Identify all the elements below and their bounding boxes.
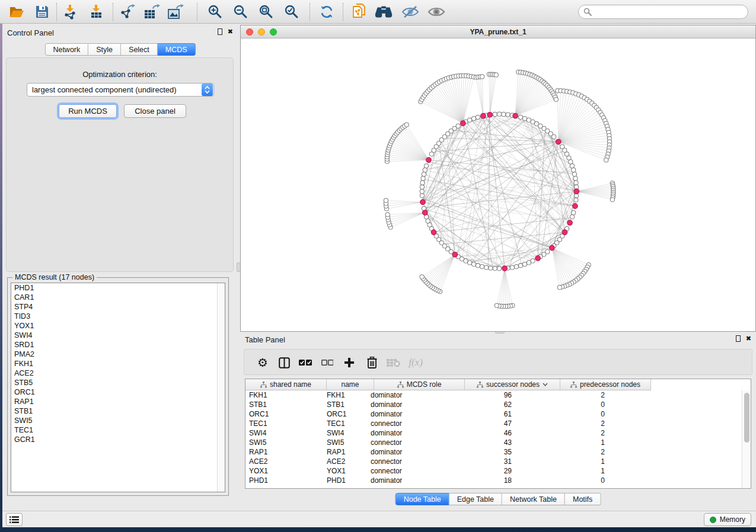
table-row[interactable]: SWI4SWI4dominator462	[245, 428, 742, 438]
tab-style[interactable]: Style	[88, 43, 121, 56]
close-panel-icon[interactable]: ✖	[228, 28, 233, 35]
memory-button[interactable]: Memory	[704, 513, 751, 526]
tab-mcds[interactable]: MCDS	[158, 43, 196, 56]
list-item[interactable]: PHD1	[11, 283, 225, 293]
table-row[interactable]: TEC1TEC1connector472	[245, 419, 742, 428]
hide-graphics-details-icon[interactable]	[401, 4, 420, 20]
import-network-icon[interactable]	[61, 4, 80, 20]
export-image-icon[interactable]	[166, 4, 185, 20]
apply-layout-icon[interactable]	[317, 4, 336, 20]
close-panel-icon[interactable]: ✖	[746, 335, 751, 342]
table-body: FKH1FKH1dominator962STB1STB1dominator620…	[245, 390, 742, 488]
zoom-selected-icon[interactable]	[282, 4, 301, 20]
table-row[interactable]: RAP1RAP1dominator352	[245, 447, 742, 457]
table-row[interactable]: FKH1FKH1dominator962	[245, 390, 742, 400]
table-row[interactable]: ORC1ORC1dominator610	[245, 409, 742, 419]
delete-column-icon[interactable]	[364, 356, 379, 369]
network-view-window: YPA_prune.txt_1	[240, 25, 756, 332]
export-network-icon[interactable]	[118, 4, 137, 20]
list-item[interactable]: STB5	[11, 378, 225, 387]
list-item[interactable]: ACE2	[11, 368, 225, 378]
network-canvas[interactable]	[241, 39, 755, 331]
table-cell: 47	[454, 419, 531, 428]
list-item[interactable]: YOX1	[11, 321, 225, 331]
zoom-out-icon[interactable]	[231, 4, 250, 20]
tab-node-table[interactable]: Node Table	[395, 493, 449, 505]
tab-edge-table[interactable]: Edge Table	[449, 493, 502, 505]
table-cell: SWI5	[323, 438, 367, 447]
table-cell: ACE2	[323, 457, 367, 466]
table-cell: 1	[531, 457, 613, 466]
list-item[interactable]: RAP1	[11, 397, 225, 406]
zoom-in-icon[interactable]	[206, 4, 225, 20]
memory-status-icon	[710, 517, 716, 523]
mcds-tab-content: Optimization criterion: largest connecte…	[6, 57, 234, 272]
new-network-from-selection-icon[interactable]	[350, 4, 369, 20]
list-item[interactable]: SWI4	[11, 331, 225, 340]
list-item[interactable]: CAR1	[11, 293, 225, 302]
list-item[interactable]: STB1	[11, 406, 225, 416]
close-window-icon[interactable]	[246, 28, 253, 36]
float-panel-icon[interactable]	[218, 28, 222, 35]
control-panel: Control Panel ✖ NetworkStyleSelectMCDS O…	[2, 27, 238, 511]
split-columns-icon[interactable]	[276, 356, 292, 369]
list-item[interactable]: FKH1	[11, 359, 225, 368]
tab-network-table[interactable]: Network Table	[502, 493, 565, 505]
table-header-row: shared namenameMCDS rolesuccessor nodesp…	[245, 379, 651, 390]
add-column-icon[interactable]	[342, 356, 357, 369]
list-item[interactable]: TID3	[11, 312, 225, 321]
float-panel-icon[interactable]	[736, 335, 741, 342]
export-table-icon[interactable]	[142, 4, 161, 20]
list-item[interactable]: SWI5	[11, 416, 225, 425]
table-cell: 0	[531, 400, 613, 409]
list-item[interactable]: TEC1	[11, 425, 225, 435]
table-row[interactable]: YOX1YOX1connector291	[245, 466, 742, 476]
gear-icon[interactable]: ⚙	[255, 356, 270, 369]
table-cell: 35	[454, 448, 531, 456]
close-panel-button[interactable]: Close panel	[124, 104, 186, 118]
column-header-name[interactable]: name	[327, 379, 374, 390]
select-all-icon[interactable]	[298, 356, 313, 369]
list-item[interactable]: STP4	[11, 302, 225, 312]
table-cell: 46	[454, 429, 531, 437]
task-history-icon[interactable]	[6, 513, 23, 526]
tab-network[interactable]: Network	[44, 43, 88, 56]
list-scrollbar[interactable]	[217, 283, 225, 492]
run-mcds-button[interactable]: Run MCDS	[59, 104, 117, 118]
table-cell: connector	[367, 457, 454, 466]
table-row[interactable]: ACE2ACE2connector311	[245, 457, 742, 466]
maximize-window-icon[interactable]	[270, 28, 277, 36]
show-graphics-details-icon[interactable]	[427, 4, 446, 20]
table-row[interactable]: STB1STB1dominator620	[245, 400, 742, 409]
table-row[interactable]: PHD1PHD1dominator180	[245, 476, 742, 485]
save-session-icon[interactable]	[33, 4, 52, 20]
table-cell: dominator	[367, 400, 454, 409]
table-cell: 18	[454, 476, 531, 485]
search-input[interactable]	[578, 5, 748, 19]
minimize-window-icon[interactable]	[258, 28, 265, 36]
column-header-shared-name[interactable]: shared name	[245, 379, 327, 390]
column-header-successor-nodes[interactable]: successor nodes	[465, 379, 560, 390]
table-cell: YOX1	[323, 467, 367, 475]
first-neighbors-icon[interactable]	[374, 4, 393, 20]
list-item[interactable]: SRD1	[11, 340, 225, 350]
criterion-select[interactable]: largest connected component (undirected)	[27, 83, 214, 97]
shared-column-icon	[260, 382, 267, 388]
list-item[interactable]: ORC1	[11, 387, 225, 397]
network-window-titlebar[interactable]: YPA_prune.txt_1	[241, 25, 755, 39]
open-session-icon[interactable]	[7, 4, 26, 20]
deselect-all-icon[interactable]	[320, 356, 335, 369]
column-header-predecessor-nodes[interactable]: predecessor nodes	[560, 379, 651, 390]
tab-motifs[interactable]: Motifs	[565, 493, 601, 505]
list-item[interactable]: GCR1	[11, 435, 225, 444]
list-item[interactable]: PMA2	[11, 350, 225, 359]
zoom-fit-icon[interactable]	[257, 4, 276, 20]
table-cell: PHD1	[323, 476, 367, 485]
scrollbar-thumb[interactable]	[744, 393, 749, 443]
table-scrollbar[interactable]	[742, 390, 751, 488]
column-header-MCDS-role[interactable]: MCDS role	[374, 379, 465, 390]
tab-select[interactable]: Select	[121, 43, 158, 56]
table-row[interactable]: SWI5SWI5connector431	[245, 438, 742, 447]
mcds-result-title: MCDS result (17 nodes)	[12, 273, 97, 281]
import-table-icon[interactable]	[87, 4, 106, 20]
